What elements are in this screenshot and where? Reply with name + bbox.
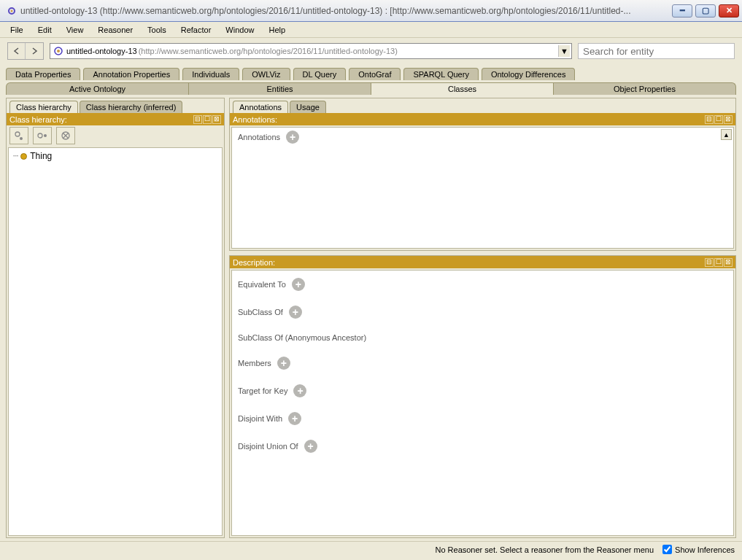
add-button[interactable]: + <box>289 306 302 319</box>
subtab-usage[interactable]: Usage <box>290 101 326 113</box>
status-message: No Reasoner set. Select a reasoner from … <box>435 545 654 554</box>
description-title: Description: <box>233 258 704 267</box>
nav-history <box>7 42 44 60</box>
ontology-dropdown[interactable]: untitled-ontology-13 (http://www.semanti… <box>50 43 572 59</box>
class-hierarchy-subtabs: Class hierarchyClass hierarchy (inferred… <box>7 98 224 113</box>
description-label: SubClass Of <box>238 308 283 316</box>
svg-point-7 <box>44 134 47 137</box>
ontology-icon <box>53 46 63 56</box>
menu-help[interactable]: Help <box>261 24 293 36</box>
delete-class-button[interactable] <box>56 127 75 144</box>
tab-data-properties[interactable]: Data Properties <box>6 68 80 80</box>
add-annotation-button[interactable]: + <box>286 131 299 144</box>
panel-close-icon[interactable]: ⊠ <box>724 115 733 124</box>
add-sibling-button[interactable] <box>33 127 52 144</box>
title-bar: untitled-ontology-13 (http://www.semanti… <box>0 0 742 22</box>
panel-close-icon[interactable]: ⊠ <box>212 115 221 124</box>
tab-owlviz[interactable]: OWLViz <box>242 68 290 80</box>
back-button[interactable] <box>8 43 26 59</box>
maximize-button[interactable]: ▢ <box>695 4 716 18</box>
show-inferences-checkbox[interactable] <box>662 545 672 554</box>
svg-point-6 <box>38 133 42 138</box>
panel-expand-icon[interactable]: ☐ <box>714 258 723 267</box>
svg-point-5 <box>20 137 23 140</box>
panel-close-icon[interactable]: ⊠ <box>724 258 733 267</box>
description-row-members: Members+ <box>238 357 727 370</box>
tree-connector-icon: ┄ <box>13 151 18 161</box>
add-button[interactable]: + <box>292 278 305 291</box>
tabs-secondary: Data PropertiesAnnotation PropertiesIndi… <box>0 67 742 80</box>
menu-refactor[interactable]: Refactor <box>174 24 219 36</box>
tab-individuals[interactable]: Individuals <box>182 68 239 80</box>
tab-dl-query[interactable]: DL Query <box>293 68 347 80</box>
minimize-button[interactable]: ━ <box>672 4 692 18</box>
tab-entities[interactable]: Entities <box>189 82 371 95</box>
annotations-body: Annotations + ▲ <box>231 127 734 249</box>
description-label: Target for Key <box>238 386 287 395</box>
panel-expand-icon[interactable]: ☐ <box>714 115 723 124</box>
description-label: SubClass Of (Anonymous Ancestor) <box>238 333 366 342</box>
search-input[interactable] <box>578 43 735 59</box>
tab-sparql-query[interactable]: SPARQL Query <box>403 68 478 80</box>
show-inferences-label: Show Inferences <box>675 545 735 554</box>
annotations-row: Annotations + <box>238 131 727 144</box>
panel-pin-icon[interactable]: ⊟ <box>193 115 202 124</box>
menu-reasoner[interactable]: Reasoner <box>90 24 140 36</box>
class-bullet-icon <box>20 153 27 160</box>
panel-pin-icon[interactable]: ⊟ <box>705 115 714 124</box>
window-controls: ━ ▢ ✕ <box>672 4 739 18</box>
panel-expand-icon[interactable]: ☐ <box>203 115 212 124</box>
forward-button[interactable] <box>26 43 43 59</box>
annotations-subtabs: AnnotationsUsage <box>230 98 735 113</box>
menu-file[interactable]: File <box>3 24 31 36</box>
window-title: untitled-ontology-13 (http://www.semanti… <box>20 6 672 16</box>
description-row-disjoint-union-of: Disjoint Union Of+ <box>238 440 727 453</box>
ontology-name: untitled-ontology-13 <box>66 47 137 55</box>
subtab-annotations[interactable]: Annotations <box>233 101 288 113</box>
tab-classes[interactable]: Classes <box>371 82 554 95</box>
annotations-header: Annotations: ⊟ ☐ ⊠ <box>230 113 735 125</box>
menu-tools[interactable]: Tools <box>140 24 174 36</box>
close-button[interactable]: ✕ <box>719 4 739 18</box>
menu-bar: FileEditViewReasonerToolsRefactorWindowH… <box>0 22 742 38</box>
description-header: Description: ⊟ ☐ ⊠ <box>230 256 735 268</box>
tab-active-ontology[interactable]: Active Ontology <box>6 82 189 95</box>
subtab-class-hierarchy-inferred-[interactable]: Class hierarchy (inferred) <box>80 101 182 113</box>
hierarchy-toolbar <box>7 125 224 146</box>
right-column: AnnotationsUsage Annotations: ⊟ ☐ ⊠ Anno… <box>229 98 736 538</box>
tree-node-label: Thing <box>30 151 52 161</box>
subtab-class-hierarchy[interactable]: Class hierarchy <box>9 101 78 113</box>
description-label: Equivalent To <box>238 280 286 289</box>
menu-edit[interactable]: Edit <box>31 24 59 36</box>
description-body: Equivalent To+SubClass Of+SubClass Of (A… <box>231 270 734 536</box>
class-tree[interactable]: ┄ Thing <box>8 147 223 536</box>
ontology-uri: (http://www.semanticweb.org/hp/ontologie… <box>139 47 398 55</box>
add-button[interactable]: + <box>293 384 306 397</box>
left-column: Class hierarchyClass hierarchy (inferred… <box>6 98 225 538</box>
description-row-subclass-of-anonymous-ancestor-: SubClass Of (Anonymous Ancestor) <box>238 333 727 342</box>
description-label: Disjoint Union Of <box>238 442 298 451</box>
add-button[interactable]: + <box>288 412 301 425</box>
tab-annotation-properties[interactable]: Annotation Properties <box>83 68 179 80</box>
menu-window[interactable]: Window <box>218 24 261 36</box>
menu-view[interactable]: View <box>59 24 91 36</box>
tree-node-thing[interactable]: ┄ Thing <box>13 151 217 161</box>
description-label: Disjoint With <box>238 414 282 423</box>
toolbar: untitled-ontology-13 (http://www.semanti… <box>0 38 742 67</box>
panel-pin-icon[interactable]: ⊟ <box>705 258 714 267</box>
add-button[interactable]: + <box>304 440 317 453</box>
scroll-up-icon[interactable]: ▲ <box>721 129 732 140</box>
tab-ontograf[interactable]: OntoGraf <box>349 68 401 80</box>
main-content: Class hierarchyClass hierarchy (inferred… <box>0 95 742 541</box>
tab-object-properties[interactable]: Object Properties <box>554 82 736 95</box>
add-button[interactable]: + <box>277 357 290 370</box>
description-row-target-for-key: Target for Key+ <box>238 384 727 397</box>
description-label: Members <box>238 359 271 368</box>
svg-point-1 <box>11 9 13 12</box>
class-hierarchy-panel: Class hierarchyClass hierarchy (inferred… <box>6 98 225 538</box>
panel-controls: ⊟ ☐ ⊠ <box>704 258 733 267</box>
panel-controls: ⊟ ☐ ⊠ <box>193 115 221 124</box>
tab-ontology-differences[interactable]: Ontology Differences <box>482 68 576 80</box>
show-inferences-toggle[interactable]: Show Inferences <box>662 545 735 554</box>
add-subclass-button[interactable] <box>9 127 28 144</box>
